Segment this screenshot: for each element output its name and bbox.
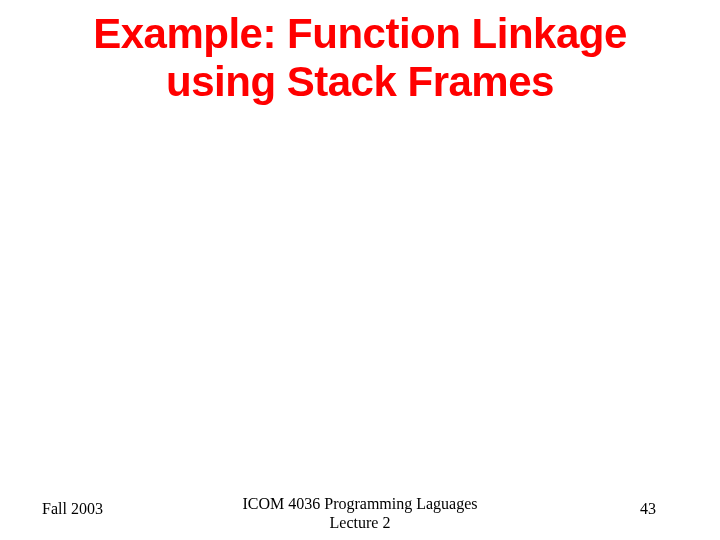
footer-term: Fall 2003	[42, 500, 103, 518]
footer-course-line1: ICOM 4036 Programming Laguages	[242, 495, 477, 512]
title-line-2: using Stack Frames	[166, 58, 554, 105]
footer-course: ICOM 4036 Programming Laguages Lecture 2	[242, 494, 477, 532]
title-line-1: Example: Function Linkage	[93, 10, 627, 57]
footer-page-number: 43	[640, 500, 656, 518]
slide-title: Example: Function Linkage using Stack Fr…	[0, 0, 720, 107]
footer-course-line2: Lecture 2	[330, 514, 391, 531]
